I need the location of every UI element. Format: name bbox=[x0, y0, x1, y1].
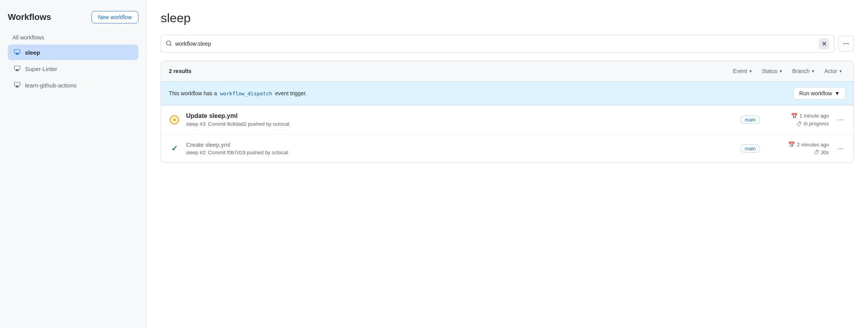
timer-icon-1: ⏱ bbox=[796, 121, 802, 127]
sidebar-item-sleep[interactable]: sleep bbox=[8, 45, 138, 60]
run-meta-2: 📅 2 minutes ago ⏱ 30s bbox=[766, 141, 829, 155]
main-content: sleep ✕ ··· 2 results Event bbox=[147, 0, 868, 328]
dispatch-text: This workflow has a workflow_dispatch ev… bbox=[169, 90, 307, 96]
run-duration-2: ⏱ 30s bbox=[813, 149, 829, 155]
run-more-button-1[interactable]: ··· bbox=[835, 114, 846, 125]
sidebar-nav: All workflows sleep Super-Linter bbox=[8, 31, 138, 93]
run-subtitle-2: sleep #2: Commit f0b7d19 pushed by octoc… bbox=[186, 150, 734, 155]
results-header: 2 results Event ▼ Status ▼ Branch ▼ bbox=[161, 61, 854, 82]
search-clear-button[interactable]: ✕ bbox=[819, 38, 829, 49]
page-title: sleep bbox=[161, 11, 854, 25]
in-progress-dot bbox=[173, 118, 176, 121]
search-icon bbox=[166, 40, 172, 48]
run-row-1[interactable]: Update sleep.yml sleep #3: Commit 8c8dad… bbox=[161, 105, 854, 134]
results-container: 2 results Event ▼ Status ▼ Branch ▼ bbox=[161, 61, 854, 163]
new-workflow-button[interactable]: New workflow bbox=[91, 11, 138, 23]
sidebar-title: Workflows bbox=[8, 12, 51, 22]
branch-filter-label: Branch bbox=[792, 68, 809, 74]
calendar-icon-2: 📅 bbox=[788, 141, 795, 148]
actor-filter-button[interactable]: Actor ▼ bbox=[821, 66, 846, 76]
run-time-1: 📅 1 minute ago bbox=[791, 113, 829, 119]
run-row-2[interactable]: ✓ Create sleep.yml sleep #2: Commit f0b7… bbox=[161, 134, 854, 162]
all-workflows-label: All workflows bbox=[13, 34, 44, 41]
actor-filter-chevron: ▼ bbox=[839, 69, 843, 73]
results-count: 2 results bbox=[169, 68, 192, 74]
run-more-button-2[interactable]: ··· bbox=[835, 143, 846, 154]
event-filter-button[interactable]: Event ▼ bbox=[730, 66, 756, 76]
run-duration-text-1: In progress bbox=[803, 121, 829, 127]
run-info-2: Create sleep.yml sleep #2: Commit f0b7d1… bbox=[186, 141, 734, 155]
event-filter-label: Event bbox=[733, 68, 747, 74]
run-duration-1: ⏱ In progress bbox=[796, 121, 829, 127]
run-time-text-1: 1 minute ago bbox=[800, 113, 829, 119]
search-bar: ✕ ··· bbox=[161, 35, 854, 53]
sidebar-item-learn-github-actions[interactable]: learn-github-actions bbox=[8, 77, 138, 93]
dispatch-text-before: This workflow has a bbox=[169, 90, 217, 96]
workflow-icon-sleep bbox=[13, 48, 21, 56]
run-workflow-button[interactable]: Run workflow ▼ bbox=[793, 87, 846, 100]
run-branch-badge-2[interactable]: main bbox=[741, 144, 760, 153]
run-branch-badge-1[interactable]: main bbox=[741, 116, 760, 124]
dispatch-text-after: event trigger. bbox=[275, 90, 307, 96]
status-filter-label: Status bbox=[762, 68, 778, 74]
branch-filter-chevron: ▼ bbox=[811, 69, 815, 73]
event-filter-chevron: ▼ bbox=[749, 69, 753, 73]
status-filter-chevron: ▼ bbox=[779, 69, 783, 73]
run-time-text-2: 2 minutes ago bbox=[797, 142, 829, 148]
run-time-2: 📅 2 minutes ago bbox=[788, 141, 829, 148]
sidebar-item-sleep-label: sleep bbox=[25, 49, 40, 56]
timer-icon-2: ⏱ bbox=[813, 149, 819, 155]
success-checkmark-icon: ✓ bbox=[171, 144, 178, 153]
actor-filter-label: Actor bbox=[824, 68, 837, 74]
run-title-1: Update sleep.yml bbox=[186, 112, 734, 119]
workflow-icon-learn bbox=[13, 81, 21, 89]
run-workflow-chevron: ▼ bbox=[834, 90, 840, 96]
search-more-button[interactable]: ··· bbox=[838, 36, 854, 52]
search-input-wrap: ✕ bbox=[161, 35, 834, 53]
calendar-icon-1: 📅 bbox=[791, 113, 798, 119]
run-title-2: Create sleep.yml bbox=[186, 141, 734, 148]
sidebar-item-learn-label: learn-github-actions bbox=[25, 82, 77, 89]
dispatch-code: workflow_dispatch bbox=[219, 90, 274, 97]
search-input[interactable] bbox=[175, 41, 816, 47]
workflow-icon-super-linter bbox=[13, 65, 21, 73]
sidebar-header: Workflows New workflow bbox=[8, 11, 138, 23]
run-status-icon-1 bbox=[169, 114, 180, 125]
run-subtitle-1: sleep #3: Commit 8c8dad2 pushed by octoc… bbox=[186, 121, 734, 127]
status-filter-button[interactable]: Status ▼ bbox=[759, 66, 786, 76]
run-meta-1: 📅 1 minute ago ⏱ In progress bbox=[766, 113, 829, 127]
branch-filter-button[interactable]: Branch ▼ bbox=[789, 66, 818, 76]
dispatch-banner: This workflow has a workflow_dispatch ev… bbox=[161, 82, 854, 105]
sidebar-item-super-linter-label: Super-Linter bbox=[25, 66, 57, 72]
run-status-icon-2: ✓ bbox=[169, 143, 180, 154]
sidebar-item-super-linter[interactable]: Super-Linter bbox=[8, 61, 138, 77]
run-info-1: Update sleep.yml sleep #3: Commit 8c8dad… bbox=[186, 112, 734, 127]
run-workflow-label: Run workflow bbox=[799, 90, 832, 96]
sidebar-item-all-workflows[interactable]: All workflows bbox=[8, 31, 138, 44]
filter-buttons: Event ▼ Status ▼ Branch ▼ Actor ▼ bbox=[730, 66, 846, 76]
in-progress-icon bbox=[170, 115, 179, 125]
sidebar: Workflows New workflow All workflows sle… bbox=[0, 0, 147, 328]
run-duration-text-2: 30s bbox=[821, 150, 829, 155]
